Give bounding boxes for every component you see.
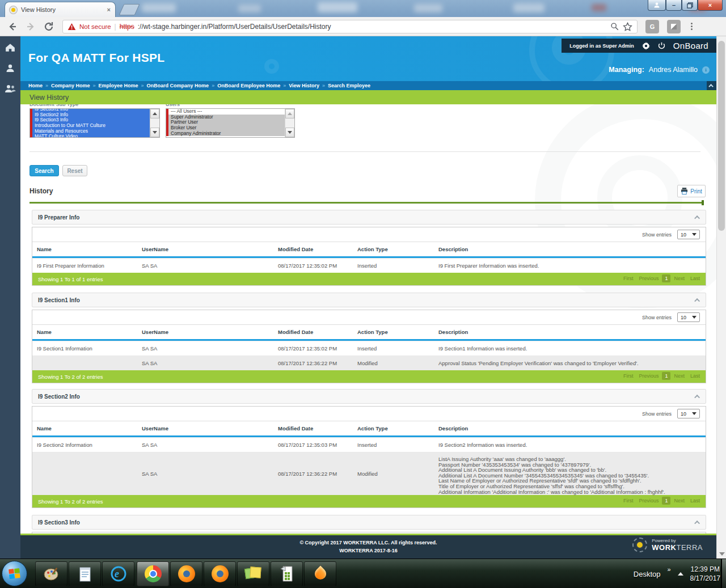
page-scrollbar[interactable] bbox=[716, 36, 726, 559]
forward-icon[interactable] bbox=[25, 21, 36, 32]
refresh-icon[interactable] bbox=[43, 21, 54, 32]
minimize-button[interactable]: – bbox=[666, 0, 682, 11]
page-next[interactable]: Next bbox=[672, 497, 687, 505]
taskbar-paint[interactable] bbox=[35, 561, 67, 586]
col-modified-date[interactable]: Modified Date bbox=[273, 325, 353, 339]
users-scrollbar[interactable] bbox=[285, 109, 294, 137]
address-bar[interactable]: Not secure | https ://wt-stage.harbinger… bbox=[62, 20, 638, 33]
chevron-up-icon[interactable] bbox=[694, 298, 700, 303]
col-modified-date[interactable]: Modified Date bbox=[273, 421, 353, 435]
extension-icon[interactable] bbox=[667, 20, 681, 33]
restore-button[interactable] bbox=[682, 0, 698, 11]
page-current[interactable]: 1 bbox=[662, 274, 670, 282]
reset-button[interactable]: Reset bbox=[62, 165, 87, 176]
chevron-up-icon[interactable] bbox=[694, 520, 700, 526]
new-tab-button[interactable] bbox=[119, 4, 140, 15]
chevron-up-icon[interactable] bbox=[694, 394, 700, 400]
page-previous[interactable]: Previous bbox=[636, 497, 661, 505]
page-previous[interactable]: Previous bbox=[636, 274, 661, 282]
col-action-type[interactable]: Action Type bbox=[353, 325, 434, 339]
taskbar-calc-document[interactable] bbox=[271, 561, 303, 586]
browser-tab[interactable]: View History × bbox=[5, 2, 116, 17]
settings-gear-icon[interactable] bbox=[642, 42, 650, 50]
breadcrumb-company-home[interactable]: Company Home bbox=[51, 83, 90, 88]
page-first[interactable]: First bbox=[621, 497, 636, 505]
taskbar-chrome[interactable] bbox=[137, 561, 169, 586]
taskbar-internet-explorer[interactable]: e bbox=[102, 561, 134, 586]
breadcrumb-search-employee[interactable]: Search Employee bbox=[328, 83, 370, 88]
col-description[interactable]: Description bbox=[434, 242, 706, 256]
entries-select[interactable]: 10 bbox=[677, 409, 700, 418]
panel-header[interactable]: I9 Preparer Info bbox=[32, 210, 706, 225]
show-desktop-button[interactable] bbox=[721, 559, 726, 588]
page-last[interactable]: Last bbox=[688, 372, 702, 380]
page-last[interactable]: Last bbox=[688, 274, 702, 282]
search-button[interactable]: Search bbox=[29, 165, 59, 176]
breadcrumb-employee-home[interactable]: Employee Home bbox=[99, 83, 138, 88]
page-next[interactable]: Next bbox=[672, 372, 687, 380]
close-button[interactable]: × bbox=[698, 0, 723, 11]
desktop-label[interactable]: Desktop bbox=[634, 570, 661, 578]
scroll-down-icon[interactable] bbox=[719, 552, 725, 556]
entries-select[interactable]: 10 bbox=[677, 312, 700, 322]
taskbar-sticky-notes[interactable] bbox=[237, 561, 269, 586]
entries-select[interactable]: 10 bbox=[677, 230, 700, 239]
col-description[interactable]: Description bbox=[434, 421, 706, 435]
taskbar-firefox[interactable] bbox=[170, 561, 202, 586]
taskbar-notepad[interactable] bbox=[69, 561, 101, 586]
page-previous[interactable]: Previous bbox=[636, 372, 661, 380]
users-listbox[interactable]: --- All Users --- Super Administrator Pa… bbox=[166, 108, 295, 138]
show-hidden-icons[interactable] bbox=[678, 572, 683, 576]
panel-header[interactable]: I9 Section2 Info bbox=[32, 389, 706, 404]
user-profile-button[interactable] bbox=[648, 0, 666, 11]
col-description[interactable]: Description bbox=[434, 325, 706, 339]
breadcrumb-view-history[interactable]: View History bbox=[289, 83, 319, 88]
breadcrumb-home[interactable]: Home bbox=[28, 83, 43, 88]
browser-menu-icon[interactable] bbox=[691, 23, 693, 30]
page-first[interactable]: First bbox=[621, 372, 636, 380]
doc-type-option[interactable]: MATT Culture Video bbox=[30, 134, 150, 137]
sidebar-employees-icon[interactable] bbox=[5, 84, 16, 93]
overflow-chevrons[interactable]: » bbox=[667, 566, 670, 573]
col-username[interactable]: UserName bbox=[137, 421, 273, 435]
doc-type-listbox[interactable]: I9 Section1 Info I9 Section2 Info I9 Sec… bbox=[29, 108, 160, 138]
scroll-up-icon[interactable] bbox=[150, 109, 159, 119]
url-text[interactable]: ://wt-stage.harbinger.in/Platform/UserDe… bbox=[138, 23, 331, 31]
col-action-type[interactable]: Action Type bbox=[353, 242, 434, 256]
col-username[interactable]: UserName bbox=[137, 242, 273, 256]
collapse-header-button[interactable] bbox=[707, 81, 716, 90]
chevron-up-icon[interactable] bbox=[694, 215, 700, 221]
page-current[interactable]: 1 bbox=[662, 497, 670, 505]
info-icon[interactable]: i bbox=[702, 66, 710, 74]
col-name[interactable]: Name bbox=[32, 421, 137, 435]
taskbar-flame-app[interactable] bbox=[304, 561, 336, 586]
col-modified-date[interactable]: Modified Date bbox=[273, 242, 353, 256]
scroll-down-icon[interactable] bbox=[285, 128, 294, 137]
page-last[interactable]: Last bbox=[688, 497, 702, 505]
extension-grammarly-icon[interactable]: G bbox=[645, 20, 659, 33]
scroll-up-icon[interactable] bbox=[285, 109, 294, 119]
breadcrumb-onboard-company-home[interactable]: OnBoard Company Home bbox=[147, 83, 209, 88]
back-icon[interactable] bbox=[7, 21, 18, 32]
breadcrumb-onboard-employee-home[interactable]: OnBoard Employee Home bbox=[217, 83, 280, 88]
page-first[interactable]: First bbox=[621, 274, 636, 282]
users-option[interactable]: Company Administrator bbox=[166, 131, 285, 137]
taskbar-firefox-2[interactable] bbox=[204, 561, 236, 586]
sidebar-home-icon[interactable] bbox=[5, 43, 15, 52]
col-username[interactable]: UserName bbox=[137, 325, 273, 339]
scroll-down-icon[interactable] bbox=[150, 128, 159, 137]
page-next[interactable]: Next bbox=[672, 274, 687, 282]
col-name[interactable]: Name bbox=[32, 325, 137, 339]
clock[interactable]: 12:39 PM 8/17/2017 bbox=[690, 565, 720, 583]
scrollbar-thumb[interactable] bbox=[718, 41, 725, 231]
doc-type-scrollbar[interactable] bbox=[150, 109, 159, 137]
search-icon[interactable] bbox=[610, 22, 619, 31]
bookmark-star-icon[interactable] bbox=[623, 22, 632, 31]
page-current[interactable]: 1 bbox=[662, 372, 670, 380]
panel-header[interactable]: I9 Section3 Info bbox=[32, 515, 706, 530]
col-name[interactable]: Name bbox=[32, 242, 137, 256]
sidebar-profile-icon[interactable] bbox=[6, 64, 15, 73]
print-button[interactable]: Print bbox=[677, 185, 706, 197]
logout-power-icon[interactable] bbox=[658, 42, 665, 49]
col-action-type[interactable]: Action Type bbox=[353, 421, 434, 435]
